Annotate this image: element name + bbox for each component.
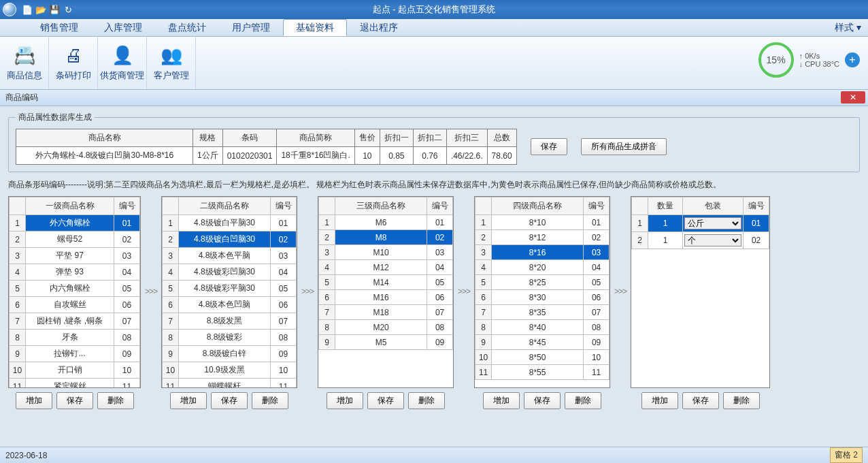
l4-add-button[interactable]: 增加 xyxy=(483,392,520,409)
l1-add-button[interactable]: 增加 xyxy=(16,392,52,409)
level3-grid[interactable]: 三级商品名称编号1M6012M8023M10034M12045M14056M16… xyxy=(318,197,453,350)
table-row[interactable]: 98.8级镀白锌09 xyxy=(163,346,297,362)
cell-total[interactable]: 78.60 xyxy=(487,147,516,165)
l4-save-button[interactable]: 保存 xyxy=(524,392,561,409)
table-row[interactable]: 24.8级镀白凹脑3002 xyxy=(163,232,297,248)
table-row[interactable]: 9拉铆钉...09 xyxy=(10,346,140,362)
plus-button[interactable]: + xyxy=(845,52,860,67)
table-row[interactable]: 2螺母5202 xyxy=(10,232,140,248)
col-disc1: 折扣一 xyxy=(380,129,413,147)
l4-del-button[interactable]: 删除 xyxy=(565,392,601,409)
open-icon[interactable]: 📂 xyxy=(35,4,46,15)
table-row[interactable]: 118*5511 xyxy=(475,365,610,380)
cell-price[interactable]: 10 xyxy=(354,147,380,165)
tab-stockin[interactable]: 入库管理 xyxy=(91,19,155,36)
level4-grid[interactable]: 四级商品名称编号18*100128*120238*160348*200458*2… xyxy=(475,197,610,380)
table-row[interactable]: 9M509 xyxy=(319,335,453,350)
l2-add-button[interactable]: 增加 xyxy=(170,392,207,409)
cell-disc3[interactable]: .46/22.6. xyxy=(446,147,487,165)
l5-add-button[interactable]: 增加 xyxy=(641,392,678,409)
table-row[interactable]: 44.8级镀彩凹脑3004 xyxy=(163,264,297,281)
style-dropdown[interactable]: 样式 ▾ xyxy=(828,19,868,36)
tab-exit[interactable]: 退出程序 xyxy=(347,19,411,36)
l1-del-button[interactable]: 删除 xyxy=(97,392,134,409)
tool-product-info[interactable]: 📇 商品信息 xyxy=(0,37,49,89)
table-row[interactable]: 21个02 xyxy=(632,232,769,249)
table-row[interactable]: 18*1001 xyxy=(475,215,610,230)
table-row[interactable]: 88*4008 xyxy=(475,320,610,335)
tab-basicdata[interactable]: 基础资料 xyxy=(283,19,347,36)
l2-save-button[interactable]: 保存 xyxy=(211,392,248,409)
tool-customer[interactable]: 👥 客户管理 xyxy=(147,37,196,89)
table-row[interactable]: 54.8级镀彩平脑3005 xyxy=(163,281,297,297)
cell-short[interactable]: 18千重8*16凹脑白. xyxy=(277,147,354,165)
table-row[interactable]: 38*1603 xyxy=(475,245,610,260)
level5-grid[interactable]: 数量包装编号11公斤0121个02 xyxy=(631,197,769,249)
new-icon[interactable]: 📄 xyxy=(22,4,33,15)
table-row[interactable]: 1010.9级发黑10 xyxy=(163,362,297,379)
level2-grid[interactable]: 二级商品名称编号14.8级镀白平脑300124.8级镀白凹脑300234.8级本… xyxy=(162,197,297,387)
save-attr-button[interactable]: 保存 xyxy=(531,138,567,155)
l3-del-button[interactable]: 删除 xyxy=(408,392,445,409)
table-row[interactable]: 34.8级本色平脑03 xyxy=(163,248,297,264)
net-speed: 0K/s xyxy=(805,52,820,60)
table-row[interactable]: 78*3507 xyxy=(475,305,610,320)
tab-users[interactable]: 用户管理 xyxy=(219,19,283,36)
close-button[interactable]: ✕ xyxy=(841,91,865,103)
redo-icon[interactable]: ↻ xyxy=(63,4,73,15)
l1-save-button[interactable]: 保存 xyxy=(56,392,93,409)
table-row[interactable]: 88.8级镀彩08 xyxy=(163,330,297,346)
l5-del-button[interactable]: 删除 xyxy=(723,392,760,409)
table-row[interactable]: 2M802 xyxy=(319,230,453,245)
table-row[interactable]: 78.8级发黑07 xyxy=(163,313,297,330)
table-row[interactable]: 7M1807 xyxy=(319,305,453,320)
tab-sales[interactable]: 销售管理 xyxy=(27,19,91,36)
tool-supplier[interactable]: 👤 供货商管理 xyxy=(98,37,147,89)
table-row[interactable]: 5内六角螺栓05 xyxy=(10,281,140,297)
table-row[interactable]: 11紧定螺丝11 xyxy=(10,379,140,388)
gen-pinyin-button[interactable]: 所有商品生成拼音 xyxy=(581,138,667,155)
l3-save-button[interactable]: 保存 xyxy=(367,392,404,409)
table-row[interactable]: 4M1204 xyxy=(319,260,453,275)
level1-grid[interactable]: 一级商品名称编号1外六角螺栓012螺母52023平垫 97034弹垫 93045… xyxy=(9,197,140,387)
cell-disc1[interactable]: 0.85 xyxy=(380,147,413,165)
table-row[interactable]: 48*2004 xyxy=(475,260,610,275)
table-row[interactable]: 4弹垫 9304 xyxy=(10,264,140,281)
cell-barcode[interactable]: 0102020301 xyxy=(222,147,277,165)
table-row[interactable]: 28*1202 xyxy=(475,230,610,245)
cell-name[interactable]: 外六角螺栓-4.8级镀白凹脑30-M8-8*16 xyxy=(16,147,193,165)
save-icon[interactable]: 💾 xyxy=(49,4,60,15)
table-row[interactable]: 3M1003 xyxy=(319,245,453,260)
cell-spec[interactable]: 1公斤 xyxy=(193,147,223,165)
table-row[interactable]: 14.8级镀白平脑3001 xyxy=(163,215,297,232)
table-row[interactable]: 1M601 xyxy=(319,215,453,230)
cell-disc2[interactable]: 0.76 xyxy=(413,147,446,165)
attr-table: 商品名称 规格 条码 商品简称 售价 折扣一 折扣二 折扣三 总数 外六角螺栓-… xyxy=(16,129,517,165)
table-row[interactable]: 58*2505 xyxy=(475,275,610,290)
table-row[interactable]: 8牙条08 xyxy=(10,330,140,346)
table-row[interactable]: 8M2008 xyxy=(319,320,453,335)
pack-select[interactable]: 公斤 xyxy=(684,217,741,229)
table-row[interactable]: 11蝴蝶螺杆11 xyxy=(163,379,297,388)
table-row[interactable]: 68*3006 xyxy=(475,290,610,305)
table-row[interactable]: 64.8级本色凹脑06 xyxy=(163,297,297,313)
arrow-icon: >>> xyxy=(614,196,627,387)
table-row[interactable]: 108*5010 xyxy=(475,350,610,365)
level5-box: 数量包装编号11公斤0121个02 xyxy=(631,196,770,388)
col-total: 总数 xyxy=(487,129,516,147)
table-row[interactable]: 1外六角螺栓01 xyxy=(10,215,140,232)
pack-select[interactable]: 个 xyxy=(684,234,741,246)
l5-save-button[interactable]: 保存 xyxy=(682,392,719,409)
l3-add-button[interactable]: 增加 xyxy=(327,392,363,409)
tab-inventory[interactable]: 盘点统计 xyxy=(155,19,219,36)
table-row[interactable]: 7圆柱销 ,键条 ,铜条07 xyxy=(10,313,140,330)
table-row[interactable]: 3平垫 9703 xyxy=(10,248,140,264)
tool-barcode-print[interactable]: 🖨 条码打印 xyxy=(49,37,98,89)
table-row[interactable]: 6M1606 xyxy=(319,290,453,305)
l2-del-button[interactable]: 删除 xyxy=(252,392,288,409)
table-row[interactable]: 6自攻螺丝06 xyxy=(10,297,140,313)
table-row[interactable]: 10开口销10 xyxy=(10,362,140,379)
table-row[interactable]: 11公斤01 xyxy=(632,215,769,232)
table-row[interactable]: 5M1405 xyxy=(319,275,453,290)
table-row[interactable]: 98*4509 xyxy=(475,335,610,350)
